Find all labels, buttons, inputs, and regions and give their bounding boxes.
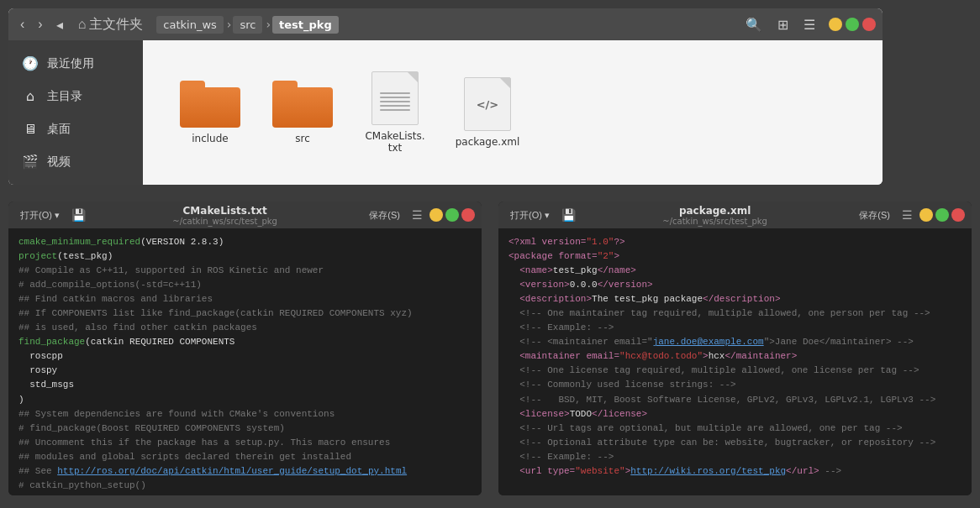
file-manager-toolbar: ‹ › ◂ ⌂ 主文件夹 catkin_ws › src › test_pkg … [8, 8, 883, 40]
xml-save-button[interactable]: 保存(S) [854, 207, 895, 223]
sidebar-item-desktop[interactable]: 🖥 桌面 [8, 113, 143, 145]
breadcrumb: catkin_ws › src › test_pkg [156, 16, 340, 34]
breadcrumb-src[interactable]: src [233, 16, 262, 34]
window-controls [829, 18, 876, 31]
folder-src[interactable]: src [269, 81, 336, 144]
cmake-icon [371, 71, 419, 125]
editors-row: 打开(O) ▾ 💾 CMakeLists.txt ~/catkin_ws/src… [8, 202, 972, 495]
home-label: 主文件夹 [89, 16, 143, 34]
xml-open-button[interactable]: 打开(O) ▾ [505, 207, 555, 223]
breadcrumb-testpkg[interactable]: test_pkg [272, 16, 339, 34]
xml-minimize-button[interactable] [919, 208, 933, 222]
cmake-label: CMakeLists.txt [365, 130, 424, 154]
cmake-content[interactable]: cmake_minimum_required(VERSION 2.8.3) pr… [8, 228, 482, 495]
xml-title-center: package.xml ~/catkin_ws/src/test_pkg [582, 205, 847, 226]
sidebar-item-home[interactable]: ⌂ 主目录 [8, 80, 143, 113]
search-button[interactable]: 🔍 [740, 15, 767, 34]
xml-filename: package.xml [582, 205, 847, 217]
cmake-editor: 打开(O) ▾ 💾 CMakeLists.txt ~/catkin_ws/src… [8, 202, 482, 495]
xml-titlebar: 打开(O) ▾ 💾 package.xml ~/catkin_ws/src/te… [498, 202, 972, 228]
forward-button[interactable]: › [33, 15, 47, 34]
sidebar-item-recent[interactable]: 🕐 最近使用 [8, 47, 143, 80]
minimize-button[interactable] [829, 18, 842, 31]
file-browser-content: include src [143, 40, 883, 185]
home2-icon: ⌂ [22, 88, 39, 104]
sidebar-label-recent: 最近使用 [47, 56, 94, 71]
sep-1: › [227, 18, 232, 31]
file-packagexml[interactable]: </> package.xml [454, 77, 521, 148]
sidebar-label-video: 视频 [47, 154, 71, 170]
menu-button[interactable]: ☰ [798, 15, 820, 34]
xml-close-button[interactable] [951, 208, 965, 222]
sep-2: › [266, 18, 271, 31]
sidebar-label-desktop: 桌面 [47, 122, 71, 137]
xml-maximize-button[interactable] [935, 208, 949, 222]
cmake-filename: CMakeLists.txt [92, 205, 357, 217]
file-cmake[interactable]: CMakeLists.txt [361, 71, 429, 154]
desktop-icon: 🖥 [22, 121, 39, 137]
cmake-close-button[interactable] [461, 208, 475, 222]
folder-src-label: src [295, 133, 310, 144]
folder-include-icon [180, 81, 240, 128]
view-button[interactable]: ⊞ [772, 15, 793, 34]
cmake-maximize-button[interactable] [445, 208, 459, 222]
cmake-open-button[interactable]: 打开(O) ▾ [15, 207, 65, 223]
cmake-save-icon: 💾 [71, 208, 86, 222]
xml-save-icon: 💾 [561, 208, 576, 222]
cmake-window-controls [429, 208, 475, 222]
folder-include[interactable]: include [177, 81, 244, 144]
folder-src-icon [272, 81, 333, 128]
home-button[interactable]: ⌂ 主文件夹 [71, 14, 150, 35]
cmake-titlebar: 打开(O) ▾ 💾 CMakeLists.txt ~/catkin_ws/src… [8, 202, 482, 228]
close-button[interactable] [862, 18, 876, 31]
cmake-minimize-button[interactable] [429, 208, 443, 222]
folder-include-label: include [192, 133, 228, 144]
cmake-save-button[interactable]: 保存(S) [364, 207, 405, 223]
xml-content[interactable]: <?xml version="1.0"?> <package format="2… [498, 228, 972, 495]
home-icon: ⌂ [78, 17, 87, 32]
xml-window-controls [919, 208, 965, 222]
cmake-menu-button[interactable]: ☰ [412, 208, 423, 222]
maximize-button[interactable] [846, 18, 859, 31]
video-icon: 🎬 [22, 154, 39, 170]
sidebar: 🕐 最近使用 ⌂ 主目录 🖥 桌面 🎬 视频 [8, 40, 143, 185]
toolbar-right: 🔍 ⊞ ☰ [740, 15, 876, 34]
file-manager-body: 🕐 最近使用 ⌂ 主目录 🖥 桌面 🎬 视频 [8, 40, 883, 185]
sidebar-label-home: 主目录 [47, 89, 82, 104]
xml-icon: </> [464, 77, 511, 131]
packagexml-label: package.xml [456, 136, 520, 148]
xml-menu-button[interactable]: ☰ [902, 208, 913, 222]
cmake-title-center: CMakeLists.txt ~/catkin_ws/src/test_pkg [92, 205, 357, 226]
xml-filepath: ~/catkin_ws/src/test_pkg [582, 217, 847, 226]
back-button[interactable]: ‹ [15, 15, 29, 34]
sidebar-item-video[interactable]: 🎬 视频 [8, 145, 143, 178]
breadcrumb-catkin[interactable]: catkin_ws [156, 16, 224, 34]
history-button[interactable]: ◂ [51, 15, 68, 34]
cmake-filepath: ~/catkin_ws/src/test_pkg [92, 217, 357, 226]
xml-editor: 打开(O) ▾ 💾 package.xml ~/catkin_ws/src/te… [498, 202, 972, 495]
file-manager: ‹ › ◂ ⌂ 主文件夹 catkin_ws › src › test_pkg … [8, 8, 883, 185]
recent-icon: 🕐 [22, 55, 39, 71]
